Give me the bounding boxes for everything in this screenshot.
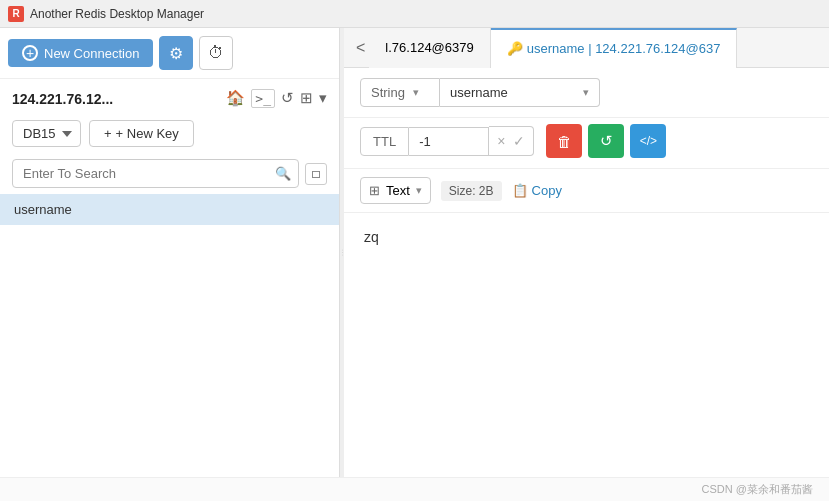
tabs-bar: < l.76.124@6379 🔑 username | 124.221.76.… (344, 28, 829, 68)
delete-button[interactable]: 🗑 (546, 124, 582, 158)
ttl-row: TTL × ✓ 🗑 ↺ </> (344, 118, 829, 169)
footer-credit: CSDN @菜余和番茄酱 (702, 483, 813, 495)
clock-button[interactable]: ⏱ (199, 36, 233, 70)
copy-icon: 📋 (512, 183, 528, 198)
key-name-field[interactable]: username ▾ (440, 78, 600, 107)
search-input[interactable] (12, 159, 299, 188)
tab-key-detail[interactable]: 🔑 username | 124.221.76.124@637 (491, 28, 738, 68)
value-content: zq (344, 213, 829, 477)
new-connection-button[interactable]: + New Connection (8, 39, 153, 67)
value-toolbar: ⊞ Text ▾ Size: 2B 📋 Copy (344, 169, 829, 213)
tab-connection[interactable]: l.76.124@6379 (369, 28, 490, 68)
plus-circle-icon: + (22, 45, 38, 61)
new-key-button[interactable]: + + New Key (89, 120, 194, 147)
ttl-label: TTL (360, 127, 409, 156)
search-row: 🔍 □ (0, 153, 339, 194)
action-buttons: 🗑 ↺ </> (546, 124, 666, 158)
format-chevron-icon: ▾ (416, 184, 422, 197)
settings-button[interactable]: ⚙ (159, 36, 193, 70)
terminal-icon[interactable]: >_ (251, 89, 275, 108)
type-chevron-icon: ▾ (413, 86, 419, 99)
footer: CSDN @菜余和番茄酱 (0, 477, 829, 501)
connection-name: 124.221.76.12... (12, 91, 113, 107)
code-icon: </> (640, 134, 657, 148)
format-grid-icon: ⊞ (369, 183, 380, 198)
key-item[interactable]: username (0, 194, 339, 225)
ttl-input[interactable] (409, 127, 489, 156)
key-detail: String ▾ username ▾ TTL × ✓ 🗑 (344, 68, 829, 477)
copy-button[interactable]: 📋 Copy (512, 183, 562, 198)
app-icon: R (8, 6, 24, 22)
size-badge: Size: 2B (441, 181, 502, 201)
gear-icon: ⚙ (169, 44, 183, 63)
search-icon[interactable]: 🔍 (275, 166, 291, 181)
connection-actions: 🏠 >_ ↺ ⊞ ▾ (226, 89, 327, 108)
ttl-actions: × ✓ (489, 126, 534, 156)
format-select[interactable]: ⊞ Text ▾ (360, 177, 431, 204)
search-input-wrap: 🔍 (12, 159, 299, 188)
app-title: Another Redis Desktop Manager (30, 7, 204, 21)
plus-icon: + (104, 126, 112, 141)
delete-icon: 🗑 (557, 133, 572, 150)
tab-prev-button[interactable]: < (352, 39, 369, 57)
title-bar: R Another Redis Desktop Manager (0, 0, 829, 28)
refresh-icon[interactable]: ↺ (281, 89, 294, 108)
key-meta-row: String ▾ username ▾ (344, 68, 829, 118)
type-select[interactable]: String ▾ (360, 78, 440, 107)
ttl-clear-icon[interactable]: × (497, 133, 505, 149)
refresh-button[interactable]: ↺ (588, 124, 624, 158)
right-panel: < l.76.124@6379 🔑 username | 124.221.76.… (344, 28, 829, 477)
connection-header: 124.221.76.12... 🏠 >_ ↺ ⊞ ▾ (0, 79, 339, 114)
key-list: username (0, 194, 339, 477)
key-icon: 🔑 (507, 41, 523, 56)
collapse-icon[interactable]: ▾ (319, 89, 327, 108)
keyname-chevron-icon: ▾ (583, 86, 589, 99)
filter-icon[interactable]: □ (305, 163, 327, 185)
main-layout: + New Connection ⚙ ⏱ 124.221.76.12... 🏠 … (0, 28, 829, 477)
db-select[interactable]: DB15 (12, 120, 81, 147)
left-panel: + New Connection ⚙ ⏱ 124.221.76.12... 🏠 … (0, 28, 340, 477)
left-toolbar: + New Connection ⚙ ⏱ (0, 28, 339, 79)
chevron-left-icon: < (356, 39, 365, 56)
grid-icon[interactable]: ⊞ (300, 89, 313, 108)
ttl-confirm-icon[interactable]: ✓ (513, 133, 525, 149)
refresh-icon: ↺ (600, 132, 613, 150)
format-label: Text (386, 183, 410, 198)
home-icon[interactable]: 🏠 (226, 89, 245, 108)
db-row: DB15 + + New Key (0, 114, 339, 153)
code-button[interactable]: </> (630, 124, 666, 158)
clock-icon: ⏱ (208, 44, 224, 62)
